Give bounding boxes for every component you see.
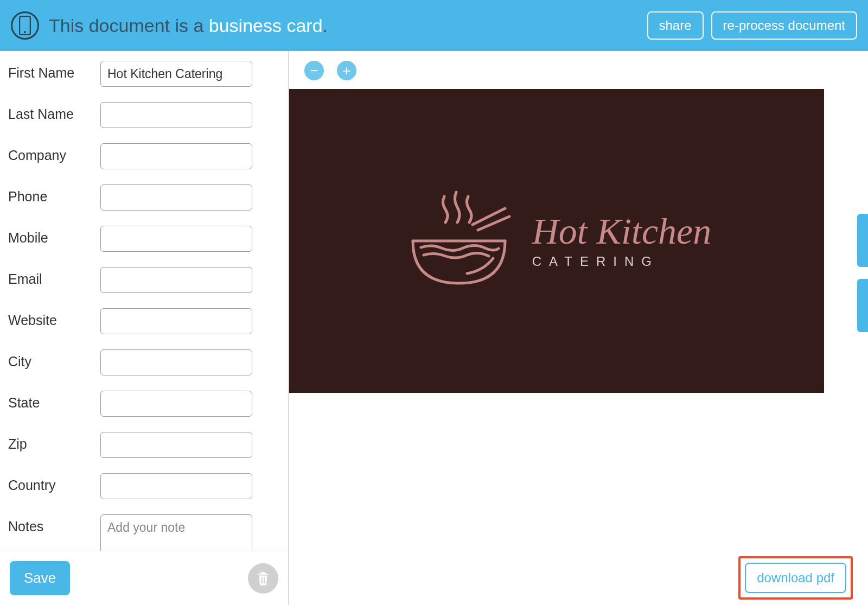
field-label: Notes	[8, 514, 100, 534]
header-prefix: This document is a	[49, 15, 209, 36]
sidebar-footer: Save	[0, 551, 288, 605]
side-tab-2[interactable]	[857, 279, 868, 332]
last-name-field[interactable]	[100, 102, 252, 128]
form-row: Company	[8, 143, 280, 169]
trash-icon	[256, 570, 270, 587]
sidebar: First NameLast NameCompanyPhoneMobileEma…	[0, 51, 289, 605]
share-button[interactable]: share	[647, 11, 704, 40]
phone-field[interactable]	[100, 184, 252, 211]
form-row: Mobile	[8, 226, 280, 252]
svg-rect-2	[261, 577, 263, 583]
email-field[interactable]	[100, 267, 252, 293]
form-row: State	[8, 391, 280, 417]
website-field[interactable]	[100, 308, 252, 334]
first-name-field[interactable]	[100, 61, 252, 87]
zoom-out-button[interactable]: −	[304, 61, 324, 80]
form-row: First Name	[8, 61, 280, 87]
field-label: Website	[8, 308, 100, 328]
svg-rect-3	[264, 577, 265, 583]
trash-button[interactable]	[248, 563, 278, 594]
zoom-controls: − +	[304, 61, 356, 80]
form-row: City	[8, 349, 280, 375]
download-pdf-button[interactable]: download pdf	[745, 563, 846, 593]
form-row: Last Name	[8, 102, 280, 128]
header-doctype: business card	[209, 15, 323, 36]
form-row: Website	[8, 308, 280, 334]
header-title: This document is a business card.	[49, 15, 328, 36]
notes-field[interactable]	[100, 514, 252, 551]
main-content: First NameLast NameCompanyPhoneMobileEma…	[0, 51, 868, 605]
state-field[interactable]	[100, 391, 252, 417]
card-title: Hot Kitchen	[532, 213, 712, 250]
field-label: City	[8, 349, 100, 370]
svg-point-1	[24, 31, 26, 33]
field-label: Zip	[8, 432, 100, 452]
company-field[interactable]	[100, 143, 252, 169]
download-highlight: download pdf	[738, 556, 853, 600]
form-row: Phone	[8, 184, 280, 211]
card-content: Hot Kitchen CATERING	[402, 187, 712, 295]
header-bar: This document is a business card. share …	[0, 0, 868, 51]
field-label: Mobile	[8, 226, 100, 246]
zip-field[interactable]	[100, 432, 252, 458]
preview-pane: − +	[289, 51, 868, 605]
zoom-in-button[interactable]: +	[337, 61, 356, 80]
card-subtitle: CATERING	[532, 254, 712, 269]
business-card-preview: Hot Kitchen CATERING	[289, 89, 824, 393]
field-label: Company	[8, 143, 100, 163]
form-row: Zip	[8, 432, 280, 458]
bowl-icon	[402, 187, 516, 295]
form-area: First NameLast NameCompanyPhoneMobileEma…	[0, 51, 288, 551]
country-field[interactable]	[100, 473, 252, 499]
side-tab-1[interactable]	[857, 214, 868, 267]
field-label: Phone	[8, 184, 100, 205]
field-label: First Name	[8, 61, 100, 81]
phone-icon	[11, 11, 39, 40]
header-suffix: .	[323, 15, 328, 36]
form-row: Email	[8, 267, 280, 293]
field-label: Last Name	[8, 102, 100, 122]
form-row: Notes	[8, 514, 280, 551]
city-field[interactable]	[100, 349, 252, 375]
field-label: State	[8, 391, 100, 411]
card-text: Hot Kitchen CATERING	[532, 213, 712, 269]
mobile-field[interactable]	[100, 226, 252, 252]
header-actions: share re-process document	[647, 11, 857, 40]
field-label: Country	[8, 473, 100, 493]
field-label: Email	[8, 267, 100, 287]
reprocess-button[interactable]: re-process document	[711, 11, 857, 40]
form-row: Country	[8, 473, 280, 499]
save-button[interactable]: Save	[10, 561, 70, 595]
